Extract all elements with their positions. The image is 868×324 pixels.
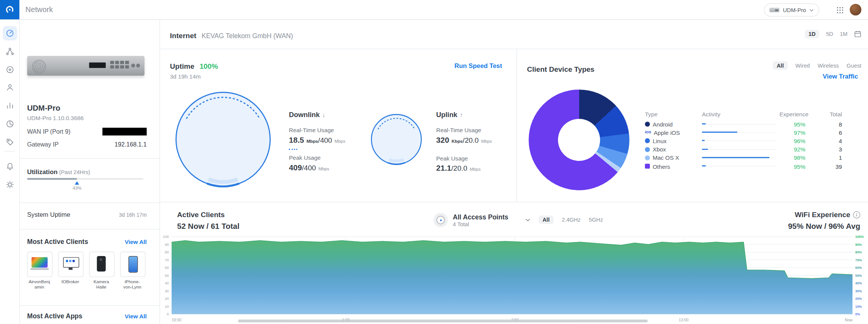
band-tab-5ghz[interactable]: 5GHz bbox=[589, 217, 603, 223]
tab-all[interactable]: All bbox=[773, 62, 787, 70]
tab-wireless[interactable]: Wireless bbox=[818, 62, 839, 68]
svg-text:60%: 60% bbox=[855, 266, 862, 270]
settings-gear-icon bbox=[5, 180, 14, 189]
topbar: Network UDM-Pro bbox=[0, 0, 868, 20]
sidebar-item-tags[interactable] bbox=[3, 135, 17, 149]
udm-pro-device-image bbox=[27, 54, 144, 79]
downlink-realtime-value: 18.5 Mbps/400 Mbps bbox=[289, 135, 345, 145]
svg-text:40: 40 bbox=[165, 281, 169, 285]
client-types-donut[interactable] bbox=[529, 89, 629, 190]
activity-bar bbox=[702, 165, 706, 167]
sidebar-item-devices[interactable] bbox=[3, 62, 17, 77]
downlink-title: Downlink bbox=[289, 111, 319, 119]
dashboard-icon bbox=[5, 29, 14, 37]
svg-text:60: 60 bbox=[165, 265, 169, 270]
device-panel: UDM-Pro UDM-Pro 1.10.0.3686 WAN IP (Port… bbox=[19, 19, 160, 324]
range-tab-1d[interactable]: 1D bbox=[804, 30, 819, 38]
device-type-label: Apple iOS bbox=[654, 129, 680, 136]
uptime-label: Uptime bbox=[170, 62, 195, 70]
internet-header: Internet KEVAG Telekom GmbH (WAN) bbox=[170, 31, 293, 40]
sidebar-item-settings[interactable] bbox=[3, 177, 17, 192]
tag-icon bbox=[5, 138, 14, 147]
client-thumbnail[interactable] bbox=[58, 251, 84, 277]
uplink-block: Uplink ↑ Real-Time Usage 320 Kbps/20.0 M… bbox=[436, 110, 492, 173]
svg-text:Now: Now bbox=[845, 318, 852, 322]
chevron-down-icon bbox=[809, 9, 814, 11]
access-point-icon bbox=[434, 213, 448, 227]
info-icon[interactable] bbox=[853, 211, 860, 218]
app-title: Network bbox=[25, 0, 53, 19]
view-all-apps-link[interactable]: View All bbox=[125, 313, 147, 320]
camera-body bbox=[97, 256, 105, 272]
system-uptime-label: System Uptime bbox=[27, 211, 70, 218]
band-tabs: All 2.4GHz 5GHz bbox=[539, 216, 603, 224]
view-traffic-link[interactable]: View Traffic bbox=[823, 73, 858, 80]
sidebar-item-topology[interactable] bbox=[3, 44, 17, 59]
band-tab-all[interactable]: All bbox=[539, 216, 553, 224]
tab-guest[interactable]: Guest bbox=[846, 62, 861, 68]
donut-hole bbox=[558, 119, 600, 161]
most-active-clients-list: AirvonBenjamin IOBroker KameraHalle bbox=[19, 251, 159, 302]
client-types-table: Type Activity Experience Total Android 9… bbox=[645, 111, 862, 170]
uplink-realtime-label: Real-Time Usage bbox=[436, 127, 492, 133]
svg-text:100: 100 bbox=[163, 236, 169, 239]
sidebar-item-insights[interactable] bbox=[3, 117, 17, 131]
rail-divider bbox=[5, 151, 15, 151]
total-value: 1 bbox=[806, 154, 842, 161]
experience-value: 97% bbox=[780, 129, 806, 136]
calendar-icon[interactable] bbox=[854, 31, 861, 38]
horizontal-scrollbar-thumb[interactable] bbox=[238, 319, 648, 322]
client-thumbnail-caption: AirvonBenjamin bbox=[26, 279, 52, 290]
app-launcher-icon[interactable] bbox=[837, 6, 844, 16]
divider bbox=[19, 202, 159, 203]
client-thumbnail[interactable] bbox=[89, 251, 115, 277]
console-selector[interactable]: UDM-Pro bbox=[764, 3, 819, 17]
ap-selector-sub: 4 Total bbox=[453, 221, 508, 227]
range-tab-1m[interactable]: 1M bbox=[840, 31, 847, 37]
svg-text:50%: 50% bbox=[855, 274, 862, 278]
divider bbox=[160, 49, 868, 49]
avatar[interactable] bbox=[850, 4, 862, 15]
tab-wired[interactable]: Wired bbox=[795, 62, 810, 68]
client-thumbnail[interactable] bbox=[27, 251, 53, 277]
svg-text:50: 50 bbox=[165, 273, 169, 278]
utilization-slider[interactable]: 43% bbox=[27, 178, 144, 193]
active-clients-chart[interactable]: 100100%9090%8080%7070%6060%5050%4040%303… bbox=[147, 236, 867, 323]
svg-text:20: 20 bbox=[165, 296, 169, 301]
uplink-title: Uplink bbox=[436, 111, 457, 119]
uplink-realtime-value: 320 Kbps/20.0 Mbps bbox=[436, 135, 492, 145]
apple-ios-icon: iOS bbox=[645, 130, 651, 135]
total-value: 8 bbox=[806, 121, 842, 128]
run-speed-test-link[interactable]: Run Speed Test bbox=[440, 62, 502, 69]
device-type-label: Mac OS X bbox=[653, 154, 679, 161]
phone-screen bbox=[129, 256, 138, 273]
downlink-gauge bbox=[173, 89, 273, 189]
divider bbox=[160, 202, 868, 202]
sidebar-item-dashboard[interactable] bbox=[3, 26, 17, 40]
activity-bar bbox=[702, 132, 738, 133]
clients-icon bbox=[5, 83, 14, 92]
sidebar-item-statistics[interactable] bbox=[3, 99, 17, 113]
activity-bar bbox=[702, 148, 708, 150]
client-thumbnail[interactable] bbox=[120, 251, 146, 277]
band-tab-24ghz[interactable]: 2.4GHz bbox=[562, 217, 581, 223]
total-value: 39 bbox=[806, 163, 842, 170]
wan-ip-label: WAN IP (Port 9) bbox=[27, 128, 71, 135]
svg-text:19:00: 19:00 bbox=[172, 318, 181, 322]
svg-text:70: 70 bbox=[165, 258, 169, 262]
view-all-clients-link[interactable]: View All bbox=[125, 238, 147, 245]
svg-text:70%: 70% bbox=[855, 258, 862, 262]
range-tab-5d[interactable]: 5D bbox=[826, 31, 833, 37]
uplink-arrow-icon: ↑ bbox=[460, 112, 463, 119]
uptime-block: Uptime 100% 3d 19h 14m bbox=[170, 61, 218, 80]
insights-icon bbox=[5, 119, 14, 128]
sidebar-item-notifications[interactable] bbox=[3, 159, 17, 173]
utilization-label: Utilization bbox=[27, 169, 57, 176]
unifi-logo[interactable] bbox=[0, 0, 19, 19]
device-firmware: UDM-Pro 1.10.0.3686 bbox=[27, 114, 84, 121]
access-point-selector[interactable]: All Access Points 4 Total bbox=[434, 213, 531, 227]
sidebar-item-clients[interactable] bbox=[3, 80, 17, 94]
utilization-marker[interactable] bbox=[75, 181, 79, 185]
utilization-title: Utilization (Past 24Hrs) bbox=[27, 167, 90, 176]
total-value: 4 bbox=[806, 138, 842, 145]
